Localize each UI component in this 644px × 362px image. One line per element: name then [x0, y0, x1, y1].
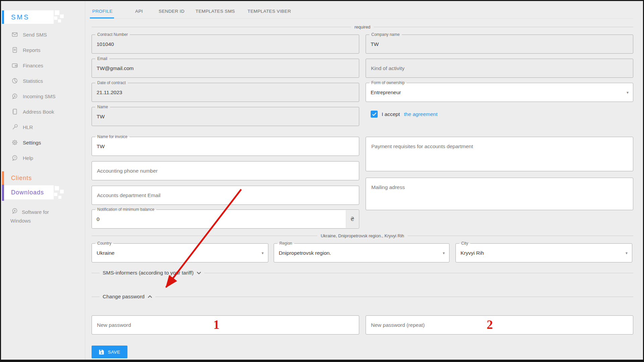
sidebar-item-downloads[interactable]: Downloads — [2, 185, 54, 199]
sidebar-item-settings[interactable]: Settings — [1, 135, 85, 150]
name-for-invoice-field[interactable]: Name for invoice TW — [92, 137, 359, 156]
sidebar-item-label: HLR — [23, 124, 33, 130]
sidebar-item-address-book[interactable]: Address Book — [1, 104, 85, 119]
form-of-ownership-select[interactable]: Form of ownership Entrepreneur ▾ — [366, 83, 633, 102]
city-label: City — [459, 241, 470, 246]
location-legend-text: Ukraine, Dnipropetrovsk region., Kryvyi … — [321, 233, 404, 238]
pie-chart-icon — [11, 77, 18, 84]
currency-suffix: ₴ — [346, 210, 359, 228]
email-field[interactable]: Email TW@gmail.com — [92, 59, 359, 78]
sidebar-item-reports[interactable]: Reports — [1, 43, 85, 57]
date-of-contract-value: 21.11.2023 — [97, 89, 122, 96]
sms-informers-section-label: SMS-informers (according to your tariff) — [103, 270, 194, 276]
country-select[interactable]: Country Ukraine ▾ — [92, 243, 268, 262]
min-balance-field[interactable]: Notification of minimum balance 0 ₴ — [92, 209, 359, 229]
mailing-address-textarea[interactable]: Mailing adress — [366, 178, 633, 210]
company-name-field[interactable]: Company name TW — [366, 35, 633, 54]
sidebar-item-finances[interactable]: Finances — [1, 58, 85, 73]
min-balance-label: Notification of minimum balance — [95, 207, 156, 212]
save-floppy-icon — [99, 349, 104, 355]
region-select[interactable]: Region Dnipropetrovsk region. ▾ — [274, 243, 449, 262]
city-select[interactable]: City Kryvyi Rih ▾ — [455, 243, 632, 262]
city-value: Kryvyi Rih — [461, 250, 484, 256]
pixel-decoration — [54, 193, 57, 196]
name-field[interactable]: Name TW — [92, 107, 359, 126]
tab-api[interactable]: API — [135, 7, 143, 15]
tabs-bottom-border — [90, 18, 633, 19]
country-label: Country — [95, 241, 113, 246]
company-name-value: TW — [371, 41, 379, 47]
sidebar-item-label: Statistics — [23, 78, 43, 84]
contract-number-field[interactable]: Contract Number 101040 — [92, 35, 359, 54]
annotation-step-1: 1 — [213, 317, 220, 332]
pixel-decoration — [60, 190, 64, 193]
date-of-contract-label: Date of contract — [95, 80, 128, 85]
sidebar-item-label: Finances — [23, 63, 43, 68]
sidebar-item-statistics[interactable]: Statistics — [1, 73, 85, 88]
sidebar-divider — [85, 1, 85, 360]
chevron-up-icon — [148, 295, 152, 298]
name-for-invoice-value: TW — [97, 143, 105, 149]
accounting-phone-placeholder: Accounting phone number — [97, 168, 158, 174]
sms-informers-section-toggle[interactable]: SMS-informers (according to your tariff) — [92, 270, 633, 276]
sidebar-item-label: Reports — [23, 47, 41, 53]
email-label: Email — [95, 56, 109, 61]
svg-text:?: ? — [14, 156, 15, 160]
accounts-email-field[interactable]: Accounts department Email — [92, 186, 359, 205]
change-password-section-toggle[interactable]: Change password — [92, 294, 633, 300]
sidebar-item-incoming-sms[interactable]: Incoming SMS — [1, 89, 85, 104]
new-password-repeat-field[interactable]: New password (repeat) — [366, 315, 633, 335]
required-legend-text: required — [355, 24, 371, 29]
mailing-address-placeholder: Mailing adress — [371, 184, 405, 190]
clients-accent-bar — [2, 171, 4, 185]
kind-of-activity-placeholder: Kind of activity — [371, 65, 405, 71]
save-button-label: SAVE — [108, 350, 120, 355]
payment-requisites-textarea[interactable]: Payment requisites for accounts departme… — [366, 137, 633, 171]
new-password-field[interactable]: New password — [92, 315, 359, 335]
pixel-decoration — [54, 16, 57, 20]
tab-templates-viber[interactable]: TEMPLATES VIBER — [248, 7, 291, 15]
min-balance-value: 0 — [97, 216, 100, 222]
region-value: Dnipropetrovsk region. — [279, 250, 331, 256]
date-of-contract-field[interactable]: Date of contract 21.11.2023 — [92, 83, 359, 102]
check-icon — [372, 112, 377, 116]
sidebar-brand[interactable]: SMS — [2, 10, 54, 24]
chevron-down-icon: ▾ — [262, 251, 264, 255]
pixel-decoration — [55, 10, 59, 15]
agreement-link[interactable]: the agreement — [404, 111, 437, 117]
tab-sender-id[interactable]: SENDER ID — [159, 7, 184, 15]
sidebar-item-label: Address Book — [23, 109, 54, 115]
name-label: Name — [95, 105, 110, 110]
pixel-decoration — [60, 14, 64, 18]
country-value: Ukraine — [97, 250, 114, 256]
clients-label: Clients — [11, 175, 32, 182]
app-window: SMS Send SMS Reports Finances — [0, 0, 644, 362]
agreement-checkbox[interactable] — [371, 111, 378, 118]
sidebar-item-hlr[interactable]: HLR — [1, 120, 85, 134]
tab-profile[interactable]: PROFILE — [92, 7, 113, 15]
gear-icon — [11, 139, 18, 146]
chevron-down-icon: ▾ — [626, 251, 628, 255]
downloads-accent-bar — [2, 185, 4, 201]
sidebar-item-label: Help — [23, 155, 33, 161]
downloads-label: Downloads — [11, 189, 44, 196]
save-button[interactable]: SAVE — [92, 346, 127, 358]
form-of-ownership-label: Form of ownership — [369, 80, 407, 85]
pixel-decoration — [58, 19, 61, 22]
annotation-step-2: 2 — [487, 317, 493, 332]
envelope-icon — [11, 31, 18, 38]
sidebar-item-label: Incoming SMS — [23, 94, 56, 99]
agreement-text: I accept — [382, 111, 400, 117]
payment-requisites-placeholder: Payment requisites for accounts departme… — [371, 143, 473, 149]
form-of-ownership-value: Entrepreneur — [371, 89, 401, 96]
sidebar-item-help[interactable]: ? Help — [1, 150, 85, 165]
sidebar-item-clients[interactable]: Clients — [2, 171, 85, 185]
software-label-line2: Windows — [10, 217, 31, 225]
tab-templates-sms[interactable]: TEMPLATES SMS — [196, 7, 235, 15]
accounting-phone-field[interactable]: Accounting phone number — [92, 161, 359, 180]
name-value: TW — [97, 114, 105, 120]
sidebar-item-send-sms[interactable]: Send SMS — [1, 27, 85, 42]
brand-accent-bar — [2, 10, 4, 24]
chevron-down-icon: ▾ — [443, 251, 445, 255]
kind-of-activity-field[interactable]: Kind of activity — [366, 59, 633, 78]
